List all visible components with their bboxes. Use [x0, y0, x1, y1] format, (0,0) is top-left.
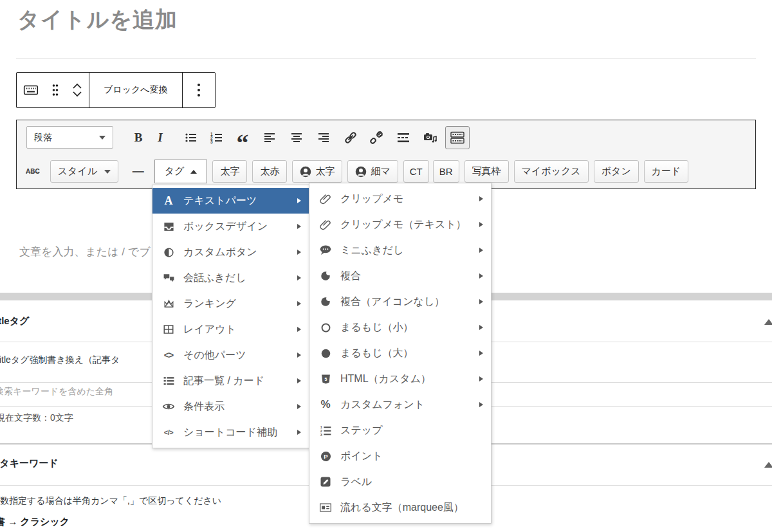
- menu-item-label: カスタムボタン: [183, 246, 297, 259]
- numbered-list-icon: 1 2 3: [209, 130, 225, 145]
- submenu-item-marumoji-large[interactable]: まるもじ（大）: [309, 340, 491, 366]
- submenu-item-point[interactable]: P ポイント: [309, 443, 491, 469]
- box-icon: [161, 221, 176, 233]
- submenu-arrow-icon: [479, 351, 483, 356]
- submenu-item-label[interactable]: ラベル: [309, 469, 491, 495]
- bold-red-button[interactable]: 太赤: [252, 160, 287, 183]
- horizontal-rule-button[interactable]: —: [133, 165, 144, 178]
- titletag-input-placeholder[interactable]: 検索キーワードを含めた全角: [0, 386, 113, 398]
- strikethrough-button[interactable]: ABC: [26, 168, 40, 175]
- link-button[interactable]: [340, 127, 362, 149]
- media-icon: [423, 130, 438, 145]
- add-media-button[interactable]: [419, 127, 441, 149]
- submenu-item-compound-no-icon[interactable]: 複合（アイコンなし）: [309, 289, 491, 315]
- svg-text:5: 5: [324, 376, 327, 381]
- menu-item-text-parts[interactable]: A テキストパーツ: [152, 188, 309, 214]
- circle-filled-icon: [318, 347, 333, 360]
- submenu-arrow-icon: [479, 196, 483, 201]
- br-button[interactable]: BR: [433, 160, 459, 183]
- menu-item-speech-bubbles[interactable]: 会話ふきだし: [152, 265, 309, 291]
- eye-icon: [161, 400, 176, 413]
- chat-bubbles-icon: [161, 272, 176, 284]
- toolbar-toggle-button[interactable]: [445, 126, 470, 149]
- list-icon: [161, 375, 176, 387]
- ct-button[interactable]: CT: [403, 160, 429, 183]
- menu-item-other-parts[interactable]: <> その他パーツ: [152, 342, 309, 368]
- keyboard-icon: [23, 82, 39, 98]
- bold-button[interactable]: B: [127, 127, 149, 149]
- move-up-button[interactable]: [71, 82, 83, 89]
- submenu-arrow-icon: [297, 224, 301, 229]
- breadcrumb[interactable]: 文書 → クラシック: [0, 516, 69, 528]
- svg-text:2: 2: [320, 429, 322, 433]
- speaker-thin-button[interactable]: 細マ: [347, 160, 398, 183]
- chevron-down-icon: [104, 170, 111, 174]
- menu-item-ranking[interactable]: ランキング: [152, 291, 309, 316]
- submenu-arrow-icon: [297, 250, 301, 255]
- submenu-arrow-icon: [479, 402, 483, 407]
- align-right-button[interactable]: [313, 127, 335, 149]
- mybox-button[interactable]: マイボックス: [514, 160, 589, 183]
- marquee-icon: [318, 501, 333, 514]
- block-type-button[interactable]: [17, 73, 45, 107]
- bold-text-button[interactable]: 太字: [212, 160, 247, 183]
- style-dropdown-button[interactable]: スタイル: [50, 160, 118, 183]
- post-title-placeholder[interactable]: タイトルを追加: [17, 5, 178, 35]
- metakeywords-panel-toggle-icon[interactable]: [764, 462, 772, 468]
- blockquote-icon: “: [237, 129, 249, 146]
- align-center-button[interactable]: [286, 127, 308, 149]
- button-label: ボタン: [602, 165, 631, 178]
- titletag-option-label: titleタグ強制書き換え（記事タ: [0, 354, 120, 366]
- submenu-item-clip-memo[interactable]: クリップメモ: [309, 186, 491, 212]
- card-button[interactable]: カード: [644, 160, 689, 183]
- submenu-item-clip-memo-text[interactable]: クリップメモ（テキスト）: [309, 212, 491, 237]
- button-label: BR: [439, 166, 453, 177]
- submenu-item-compound[interactable]: 複合: [309, 263, 491, 289]
- menu-item-label: ラベル: [340, 475, 483, 489]
- submenu-item-html-custom[interactable]: 5 HTML（カスタム）: [309, 366, 491, 392]
- menu-item-conditional-display[interactable]: 条件表示: [152, 394, 309, 419]
- blockquote-button[interactable]: “: [232, 127, 253, 149]
- move-down-button[interactable]: [71, 91, 83, 98]
- submenu-item-step[interactable]: 1 2 3 ステップ: [309, 417, 491, 443]
- unlink-button[interactable]: [365, 127, 387, 149]
- align-right-icon: [316, 130, 331, 145]
- photo-frame-button[interactable]: 写真枠: [464, 160, 509, 183]
- menu-item-label: ランキング: [183, 297, 297, 311]
- menu-item-label: HTML（カスタム）: [340, 372, 479, 386]
- menu-item-shortcode-helper[interactable]: </> ショートコード補助: [152, 419, 309, 445]
- toolbar-row-1: 段落 B I 1 2 3 “: [17, 120, 755, 154]
- titletag-panel-heading: titleタグ: [0, 315, 29, 327]
- italic-button[interactable]: I: [149, 127, 171, 149]
- drag-handle[interactable]: [45, 73, 66, 107]
- paragraph-format-select[interactable]: 段落: [26, 126, 113, 149]
- menu-item-layout[interactable]: レイアウト: [152, 316, 309, 342]
- submenu-item-marumoji-small[interactable]: まるもじ（小）: [309, 315, 491, 340]
- submenu-item-custom-font[interactable]: % カスタムフォント: [309, 392, 491, 417]
- submenu-arrow-icon: [297, 378, 301, 383]
- block-toolbar: ブロックへ変換: [16, 72, 216, 108]
- submenu-arrow-icon: [479, 376, 483, 381]
- menu-item-custom-button[interactable]: カスタムボタン: [152, 239, 309, 265]
- tag-dropdown-button[interactable]: タグ: [154, 160, 208, 183]
- titletag-panel-toggle-icon[interactable]: [764, 319, 772, 325]
- submenu-item-mini-speech[interactable]: ミニふきだし: [309, 237, 491, 263]
- read-more-tag-button[interactable]: [392, 127, 414, 149]
- numbered-list-button[interactable]: 1 2 3: [206, 127, 228, 149]
- bullet-list-button[interactable]: [180, 127, 202, 149]
- block-options-button[interactable]: [182, 73, 215, 107]
- button-shortcode-button[interactable]: ボタン: [594, 160, 639, 183]
- menu-item-label: カスタムフォント: [340, 398, 479, 412]
- menu-item-box-design[interactable]: ボックスデザイン: [152, 214, 309, 239]
- paragraph-placeholder[interactable]: 文章を入力、または / でブ: [19, 244, 151, 259]
- percent-icon: %: [318, 398, 333, 411]
- submenu-item-marquee[interactable]: 流れる文字（marquee風）: [309, 495, 491, 520]
- convert-to-blocks-button[interactable]: ブロックへ変換: [89, 73, 182, 107]
- chevron-down-icon: [99, 136, 106, 140]
- align-left-button[interactable]: [259, 127, 280, 149]
- speaker-bold-button[interactable]: 太字: [292, 160, 342, 183]
- char-count-label: 現在文字数：0文字: [0, 412, 73, 424]
- svg-text:P: P: [324, 452, 328, 459]
- menu-item-post-list-card[interactable]: 記事一覧 / カード: [152, 368, 309, 394]
- submenu-arrow-icon: [297, 353, 301, 358]
